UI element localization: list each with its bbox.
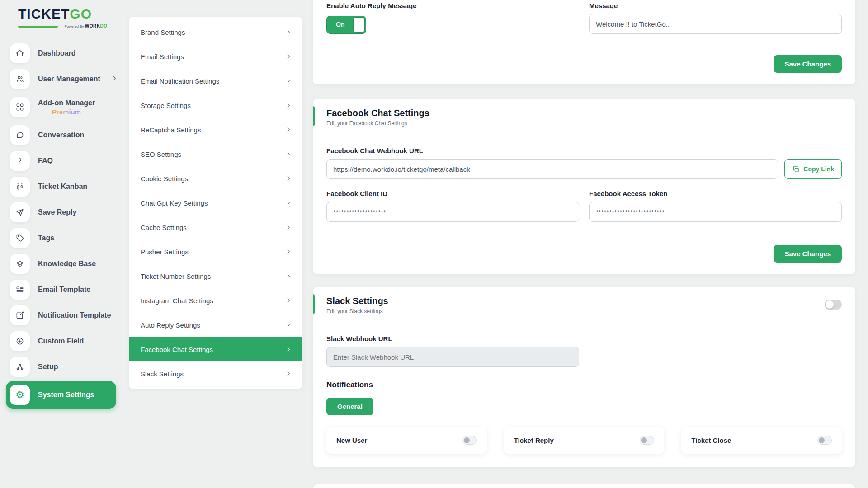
sidebar-nav: Dashboard User Management Add-on Manager…: [10, 42, 129, 411]
facebook-webhook-input[interactable]: [326, 159, 778, 179]
submenu-item-storage-settings[interactable]: Storage Settings: [129, 93, 302, 117]
chevron-right-icon: [285, 200, 292, 206]
submenu-item-slack-settings[interactable]: Slack Settings: [129, 361, 302, 386]
sidebar-item-knowledge-base[interactable]: Knowledge Base: [10, 252, 129, 276]
sidebar-item-label: Tags: [38, 234, 54, 242]
slack-enable-toggle[interactable]: [825, 300, 842, 310]
submenu-label: Storage Settings: [141, 102, 191, 109]
submenu-label: Email Settings: [141, 53, 184, 61]
sidebar-item-conversation[interactable]: Conversation: [10, 123, 129, 147]
submenu-item-facebook-chat-settings[interactable]: Facebook Chat Settings: [129, 337, 302, 361]
ticket-reply-toggle[interactable]: [640, 436, 654, 445]
submenu-label: Auto Reply Settings: [141, 321, 200, 329]
toggle-knob: [464, 437, 470, 443]
new-user-toggle-card: New User: [326, 427, 487, 454]
toggle-knob: [826, 300, 834, 309]
submenu-item-instagram-chat-settings[interactable]: Instagram Chat Settings: [129, 288, 302, 313]
chevron-right-icon: [285, 371, 292, 377]
chevron-right-icon: [285, 53, 292, 60]
submenu-item-cookie-settings[interactable]: Cookie Settings: [129, 166, 302, 191]
sidebar-item-label: User Management: [38, 75, 100, 83]
sidebar-item-addon-manager[interactable]: Add-on Manager Premium: [10, 93, 129, 121]
slack-webhook-label: Slack Webhook URL: [326, 335, 842, 343]
sidebar-item-user-management[interactable]: User Management: [10, 67, 129, 91]
submenu-item-pusher-settings[interactable]: Pusher Settings: [129, 239, 302, 264]
submenu-label: Cookie Settings: [141, 175, 188, 183]
settings-submenu: Brand Settings Email Settings Email Noti…: [129, 17, 302, 389]
home-icon: [10, 43, 30, 63]
facebook-access-token-input[interactable]: [589, 202, 842, 222]
chevron-right-icon: [285, 29, 292, 35]
logo-text: TICKETGO: [18, 6, 108, 22]
slack-webhook-input[interactable]: [326, 347, 579, 367]
auto-reply-toggle[interactable]: On: [326, 16, 366, 34]
chevron-right-icon: [285, 127, 292, 133]
sidebar-item-custom-field[interactable]: Custom Field: [10, 329, 129, 353]
ticket-close-toggle[interactable]: [817, 436, 832, 445]
chevron-right-icon: [285, 273, 292, 279]
sidebar-item-label: Conversation: [38, 131, 84, 139]
submenu-item-ticket-number-settings[interactable]: Ticket Number Settings: [129, 264, 302, 288]
submenu-label: Slack Settings: [141, 370, 184, 378]
auto-reply-settings-card: Enable Auto Reply Message On Message Sav…: [313, 0, 855, 84]
submenu-label: Cache Settings: [141, 224, 187, 231]
copy-icon: [792, 165, 800, 173]
chevron-right-icon: [285, 78, 292, 84]
share-box-icon: [10, 305, 30, 325]
sidebar-item-label: Knowledge Base: [38, 260, 96, 268]
facebook-client-id-label: Facebook Client ID: [326, 190, 579, 197]
sidebar-item-setup[interactable]: Setup: [10, 355, 129, 379]
users-icon: [10, 69, 30, 89]
submenu-label: SEO Settings: [141, 150, 181, 158]
submenu-item-chat-gpt-key-settings[interactable]: Chat Gpt Key Settings: [129, 191, 302, 215]
facebook-chat-settings-card: Facebook Chat Settings Edit your Faceboo…: [313, 99, 855, 274]
slack-card-subtitle: Edit your Slack settings: [326, 308, 388, 314]
save-changes-button[interactable]: Save Changes: [774, 55, 842, 73]
send-icon: [10, 202, 30, 222]
next-card-edge: [313, 484, 855, 488]
logo-underline: [18, 26, 58, 28]
sidebar-item-label: Dashboard: [38, 49, 76, 57]
layout-list-icon: [10, 280, 30, 300]
submenu-item-auto-reply-settings[interactable]: Auto Reply Settings: [129, 313, 302, 337]
sidebar-item-tags[interactable]: Tags: [10, 226, 129, 250]
submenu-item-email-settings[interactable]: Email Settings: [129, 44, 302, 69]
tag-icon: [10, 228, 30, 248]
notification-toggle-list: New User Ticket Reply Ticket Close: [326, 427, 842, 454]
sidebar-item-notification-template[interactable]: Notification Template: [10, 304, 129, 327]
submenu-item-seo-settings[interactable]: SEO Settings: [129, 142, 302, 166]
submenu-label: ReCaptcha Settings: [141, 126, 201, 134]
new-user-toggle[interactable]: [462, 436, 477, 445]
facebook-card-subtitle: Edit your Facebook Chat Settings: [326, 120, 429, 127]
general-tab-button[interactable]: General: [326, 398, 373, 415]
chevron-right-icon: [285, 151, 292, 157]
submenu-item-email-notification-settings[interactable]: Email Notification Settings: [129, 69, 302, 93]
slack-settings-card: Slack Settings Edit your Slack settings …: [313, 287, 855, 467]
chevron-right-icon: [285, 249, 292, 255]
enable-auto-reply-label: Enable Auto Reply Message: [326, 2, 579, 9]
sidebar-item-ticket-kanban[interactable]: Ticket Kanban: [10, 175, 129, 198]
message-input[interactable]: [589, 14, 842, 34]
sidebar-item-label: Save Reply: [38, 208, 76, 216]
submenu-label: Facebook Chat Settings: [141, 346, 213, 353]
submenu-label: Ticket Number Settings: [141, 272, 211, 280]
toggle-knob: [641, 437, 647, 443]
ticket-reply-toggle-card: Ticket Reply: [504, 427, 665, 454]
submenu-item-recaptcha-settings[interactable]: ReCaptcha Settings: [129, 117, 302, 142]
sidebar-item-label: System Settings: [38, 391, 94, 399]
save-changes-button[interactable]: Save Changes: [774, 245, 842, 263]
sidebar-item-save-reply[interactable]: Save Reply: [10, 201, 129, 224]
submenu-item-cache-settings[interactable]: Cache Settings: [129, 215, 302, 239]
copy-link-button[interactable]: Copy Link: [784, 159, 842, 179]
ticketgo-logo[interactable]: TICKETGO Powered By WORKDO: [10, 6, 108, 30]
submenu-item-brand-settings[interactable]: Brand Settings: [129, 20, 302, 44]
chevron-right-icon: [285, 102, 292, 108]
sidebar-item-email-template[interactable]: Email Template: [10, 278, 129, 301]
copy-link-label: Copy Link: [803, 165, 834, 173]
facebook-client-id-input[interactable]: [326, 202, 579, 222]
sidebar-item-dashboard[interactable]: Dashboard: [10, 42, 129, 65]
sidebar-item-faq[interactable]: FAQ: [10, 149, 129, 173]
sidebar-item-label: Notification Template: [38, 311, 111, 319]
sidebar-item-label: Setup: [38, 363, 58, 371]
sidebar-item-system-settings[interactable]: ⚙ System Settings: [6, 381, 116, 409]
